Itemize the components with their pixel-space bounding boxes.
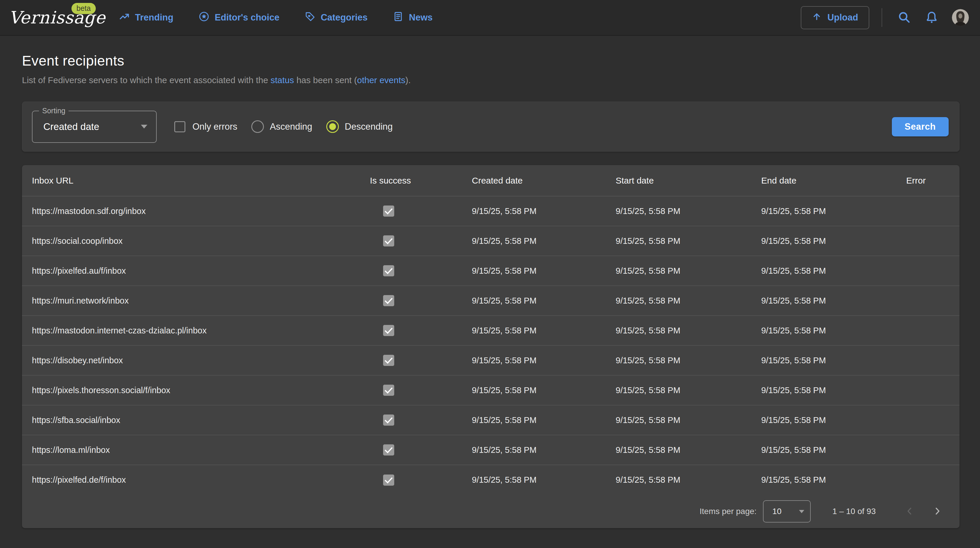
created-date-cell: 9/15/25, 5:58 PM [472, 236, 536, 246]
is-success-checkbox-checked [383, 235, 394, 246]
nav-item-news[interactable]: News [393, 11, 433, 24]
user-avatar[interactable] [952, 9, 969, 26]
next-page-button[interactable] [929, 503, 946, 520]
end-date-cell: 9/15/25, 5:58 PM [761, 386, 826, 395]
start-date-cell: 9/15/25, 5:58 PM [616, 236, 680, 246]
inbox-url-cell: https://social.coop/inbox [32, 236, 123, 246]
end-date-cell: 9/15/25, 5:58 PM [761, 415, 826, 425]
is-success-checkbox-checked [383, 205, 394, 217]
trending-up-icon [119, 11, 130, 24]
table-row: https://mastodon.sdf.org/inbox9/15/25, 5… [22, 196, 959, 226]
search-icon [897, 11, 911, 25]
end-date-cell: 9/15/25, 5:58 PM [761, 236, 826, 246]
end-date-cell: 9/15/25, 5:58 PM [761, 356, 826, 365]
sorting-select-label: Sorting [39, 106, 68, 115]
bell-icon [925, 11, 939, 25]
chevron-left-icon [905, 506, 915, 517]
app-logo[interactable]: Vernissage beta [9, 0, 100, 35]
start-date-cell: 9/15/25, 5:58 PM [616, 266, 680, 275]
sorting-select-value: Created date [43, 121, 99, 132]
table-row: https://sfba.social/inbox9/15/25, 5:58 P… [22, 405, 959, 435]
inbox-url-cell: https://mastodon.sdf.org/inbox [32, 206, 146, 216]
nav-item-categories[interactable]: Categories [305, 11, 368, 24]
chevron-right-icon [932, 506, 942, 517]
table-row: https://loma.ml/inbox9/15/25, 5:58 PM9/1… [22, 435, 959, 465]
upload-button-label: Upload [827, 12, 858, 23]
created-date-cell: 9/15/25, 5:58 PM [472, 266, 536, 275]
items-per-page-value: 10 [772, 507, 781, 516]
inbox-url-cell: https://sfba.social/inbox [32, 415, 120, 425]
is-success-checkbox-checked [383, 475, 394, 486]
topbar-divider [881, 8, 882, 27]
upload-button[interactable]: Upload [801, 6, 869, 29]
end-date-cell: 9/15/25, 5:58 PM [761, 266, 826, 275]
column-header-inbox-url: Inbox URL [22, 165, 360, 196]
description-prefix: List of Fediverse servers to which the e… [22, 75, 270, 85]
sorting-select[interactable]: Sorting Created date [32, 111, 157, 143]
page-title: Event recipients [22, 53, 959, 69]
is-success-checkbox-checked [383, 415, 394, 426]
inbox-url-cell: https://pixelfed.de/f/inbox [32, 475, 126, 484]
recipients-table-card: Inbox URLIs successCreated dateStart dat… [22, 165, 959, 528]
status-link[interactable]: status [270, 75, 294, 85]
other-events-link[interactable]: other events [357, 75, 406, 85]
created-date-cell: 9/15/25, 5:58 PM [472, 445, 536, 454]
created-date-cell: 9/15/25, 5:58 PM [472, 415, 536, 425]
is-success-checkbox-checked [383, 295, 394, 306]
nav-item-label: News [409, 12, 433, 23]
table-row: https://mastodon.internet-czas-dzialac.p… [22, 316, 959, 345]
inbox-url-cell: https://loma.ml/inbox [32, 445, 110, 454]
end-date-cell: 9/15/25, 5:58 PM [761, 296, 826, 305]
table-header-row: Inbox URLIs successCreated dateStart dat… [22, 165, 959, 196]
start-date-cell: 9/15/25, 5:58 PM [616, 475, 680, 484]
is-success-checkbox-checked [383, 265, 394, 276]
news-icon [393, 11, 404, 24]
is-success-checkbox-checked [383, 445, 394, 456]
end-date-cell: 9/15/25, 5:58 PM [761, 326, 826, 335]
categories-icon [305, 11, 315, 24]
created-date-cell: 9/15/25, 5:58 PM [472, 356, 536, 365]
table-row: https://pixels.thoresson.social/f/inbox9… [22, 375, 959, 405]
only-errors-label: Only errors [192, 121, 237, 132]
inbox-url-cell: https://disobey.net/inbox [32, 356, 123, 365]
chevron-down-icon [799, 510, 804, 513]
chevron-down-icon [141, 125, 147, 129]
descending-label: Descending [345, 121, 393, 132]
only-errors-checkbox[interactable]: Only errors [174, 121, 237, 132]
created-date-cell: 9/15/25, 5:58 PM [472, 296, 536, 305]
inbox-url-cell: https://muri.network/inbox [32, 296, 129, 305]
ascending-label: Ascending [270, 121, 312, 132]
start-date-cell: 9/15/25, 5:58 PM [616, 356, 680, 365]
created-date-cell: 9/15/25, 5:58 PM [472, 475, 536, 484]
start-date-cell: 9/15/25, 5:58 PM [616, 206, 680, 216]
end-date-cell: 9/15/25, 5:58 PM [761, 475, 826, 484]
created-date-cell: 9/15/25, 5:58 PM [472, 206, 536, 216]
column-header-created-date: Created date [462, 165, 606, 196]
ascending-radio[interactable]: Ascending [251, 120, 312, 133]
search-button[interactable]: Search [892, 117, 949, 137]
end-date-cell: 9/15/25, 5:58 PM [761, 206, 826, 216]
descending-radio[interactable]: Descending [326, 120, 393, 133]
table-row: https://muri.network/inbox9/15/25, 5:58 … [22, 286, 959, 316]
previous-page-button[interactable] [901, 503, 918, 520]
is-success-checkbox-checked [383, 355, 394, 366]
inbox-url-cell: https://pixels.thoresson.social/f/inbox [32, 386, 170, 395]
start-date-cell: 9/15/25, 5:58 PM [616, 386, 680, 395]
notifications-button[interactable] [922, 8, 941, 27]
recipients-table: Inbox URLIs successCreated dateStart dat… [22, 165, 959, 495]
search-button-topbar[interactable] [894, 8, 914, 27]
nav-item-trending[interactable]: Trending [119, 11, 173, 24]
table-row: https://social.coop/inbox9/15/25, 5:58 P… [22, 226, 959, 256]
column-header-end-date: End date [751, 165, 896, 196]
table-row: https://pixelfed.au/f/inbox9/15/25, 5:58… [22, 256, 959, 286]
created-date-cell: 9/15/25, 5:58 PM [472, 326, 536, 335]
created-date-cell: 9/15/25, 5:58 PM [472, 386, 536, 395]
editors-choice-icon [199, 11, 209, 24]
items-per-page-select[interactable]: 10 [763, 500, 811, 523]
nav-item-label: Categories [321, 12, 368, 23]
beta-badge: beta [72, 3, 96, 14]
paginator: Items per page: 10 1 – 10 of 93 [22, 495, 959, 528]
end-date-cell: 9/15/25, 5:58 PM [761, 445, 826, 454]
nav-item-editors-choice[interactable]: Editor's choice [199, 11, 279, 24]
inbox-url-cell: https://pixelfed.au/f/inbox [32, 266, 126, 275]
